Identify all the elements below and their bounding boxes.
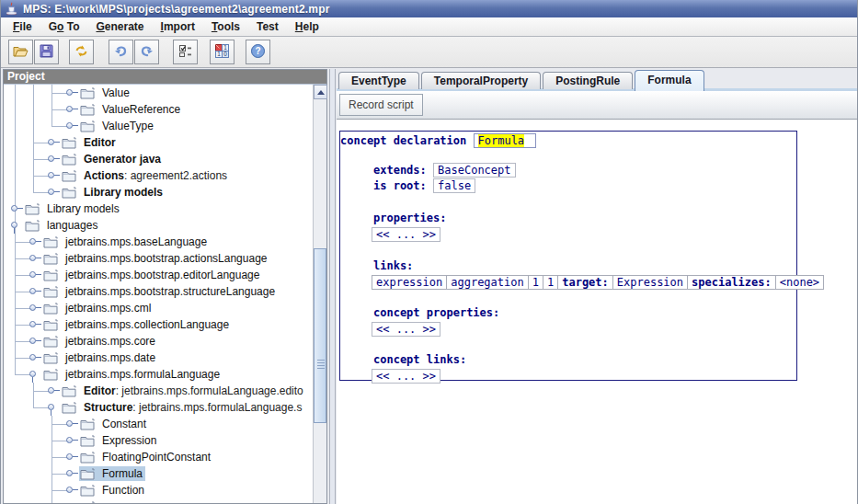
link-row-cell[interactable]: 1 xyxy=(528,275,543,290)
expand-handle-icon[interactable] xyxy=(29,304,36,311)
split-divider[interactable] xyxy=(329,69,336,504)
tree-item-function[interactable]: Function xyxy=(4,482,313,498)
tree-node[interactable]: jetbrains.mps.collectionLanguage xyxy=(42,317,232,332)
properties-button[interactable] xyxy=(173,40,198,64)
window-titlebar[interactable]: MPS: E:\work\MPS\projects\agreement2\agr… xyxy=(1,0,858,17)
menu-import[interactable]: Import xyxy=(153,18,203,35)
tree-item-library-models[interactable]: Library models xyxy=(4,200,313,217)
tree-node[interactable]: Expression xyxy=(79,433,159,448)
tree-node[interactable]: jetbrains.mps.baseLanguage xyxy=(42,235,210,249)
concept-editor-area[interactable]: concept declaration Formula extends: Bas… xyxy=(337,120,858,504)
tree-item-editor[interactable]: Editor xyxy=(4,134,313,151)
refresh-button[interactable] xyxy=(69,40,94,64)
tree-node[interactable]: Library models xyxy=(24,201,122,216)
save-button[interactable] xyxy=(34,40,59,64)
properties-placeholder-cell[interactable]: << ... >> xyxy=(372,227,440,242)
tree-node[interactable]: ValueType xyxy=(79,119,156,133)
expand-handle-icon[interactable] xyxy=(66,437,73,443)
scrollbar-up-arrow[interactable] xyxy=(314,85,327,99)
tree-item-floatingpointconstant[interactable]: FloatingPointConstant xyxy=(4,449,313,465)
tree-item-jetbrains-mps-bootstrap-actionslanguage[interactable]: jetbrains.mps.bootstrap.actionsLanguage xyxy=(4,250,313,267)
generate-button[interactable]: 110 xyxy=(210,40,235,64)
tree-node[interactable]: FloatingPointConstant xyxy=(79,450,213,464)
tree-node[interactable]: Generator java xyxy=(61,152,164,166)
menu-file[interactable]: File xyxy=(5,18,40,35)
tree-item-jetbrains-mps-collectionlanguage[interactable]: jetbrains.mps.collectionLanguage xyxy=(4,316,313,333)
tree-item-valuereference[interactable]: ValueReference xyxy=(4,101,313,118)
concept-declaration-box[interactable]: concept declaration Formula extends: Bas… xyxy=(339,131,797,381)
tree-item-library-models[interactable]: Library models xyxy=(4,184,313,200)
link-declaration-row[interactable]: expressionaggregation11target:Expression… xyxy=(372,275,796,290)
is-root-value-cell[interactable]: false xyxy=(433,178,475,193)
undo-button[interactable] xyxy=(109,40,133,64)
help-button[interactable]: ? xyxy=(246,40,270,64)
tree-item-jetbrains-mps-core[interactable]: jetbrains.mps.core xyxy=(4,333,313,349)
concept-properties-placeholder-cell[interactable]: << ... >> xyxy=(372,322,440,337)
expand-handle-icon[interactable] xyxy=(48,189,54,195)
tree-item-generator-java[interactable]: Generator java xyxy=(4,151,313,167)
link-row-cell[interactable]: aggregation xyxy=(446,275,528,290)
redo-button[interactable] xyxy=(134,40,159,64)
tree-node[interactable]: jetbrains.mps.bootstrap.actionsLanguage xyxy=(42,251,269,266)
menu-help[interactable]: Help xyxy=(287,18,327,35)
expand-handle-icon[interactable] xyxy=(66,106,73,112)
tree-item-languages[interactable]: languages xyxy=(4,217,313,234)
menu-tools[interactable]: Tools xyxy=(203,18,248,35)
tree-item-expression[interactable]: Expression xyxy=(4,432,313,449)
expand-handle-icon[interactable] xyxy=(66,487,73,493)
tab-temporalproperty[interactable]: TemporalProperty xyxy=(421,72,541,89)
tree-node[interactable]: jetbrains.mps.bootstrap.structureLanguag… xyxy=(42,284,278,299)
tree-item-jetbrains-mps-formulalanguage[interactable]: jetbrains.mps.formulaLanguage xyxy=(4,366,313,383)
tree-item-partial[interactable] xyxy=(4,498,313,503)
tree-item-jetbrains-mps-date[interactable]: jetbrains.mps.date xyxy=(4,349,313,366)
expand-handle-icon[interactable] xyxy=(29,255,36,261)
link-row-cell[interactable]: target: xyxy=(557,275,613,290)
expand-handle-icon[interactable] xyxy=(48,172,54,178)
tree-node[interactable]: jetbrains.mps.bootstrap.editorLanguage xyxy=(42,268,262,282)
expand-handle-icon[interactable] xyxy=(66,453,73,460)
expand-handle-icon[interactable] xyxy=(11,205,17,212)
tree-item-jetbrains-mps-bootstrap-editorlanguage[interactable]: jetbrains.mps.bootstrap.editorLanguage xyxy=(4,267,313,283)
tree-node[interactable]: jetbrains.mps.date xyxy=(42,350,158,365)
expand-handle-icon[interactable] xyxy=(48,155,54,162)
tree-node[interactable] xyxy=(79,499,105,503)
tab-eventtype[interactable]: EventType xyxy=(338,72,419,89)
expand-handle-icon[interactable] xyxy=(48,387,54,394)
expand-handle-icon[interactable] xyxy=(29,321,36,327)
tab-formula[interactable]: Formula xyxy=(635,70,704,91)
expand-handle-icon[interactable] xyxy=(66,122,73,129)
expand-handle-icon[interactable] xyxy=(29,271,36,278)
tree-node[interactable]: Structure : jetbrains.mps.formulaLanguag… xyxy=(61,400,304,415)
tree-item-actions[interactable]: Actions : agreement2.actions xyxy=(4,167,313,184)
tree-item-structure[interactable]: Structure : jetbrains.mps.formulaLanguag… xyxy=(4,399,313,416)
tree-node[interactable]: jetbrains.mps.formulaLanguage xyxy=(42,367,223,382)
tree-node[interactable]: ValueReference xyxy=(79,102,183,117)
menu-generate[interactable]: Generate xyxy=(87,18,152,35)
tree-node[interactable]: Formula xyxy=(79,466,145,481)
tree-scrollbar[interactable] xyxy=(313,85,326,503)
tree-node[interactable]: Function xyxy=(79,483,147,498)
tree-node[interactable]: Constant xyxy=(79,417,149,431)
expand-handle-icon[interactable] xyxy=(66,89,73,96)
tree-node[interactable]: languages xyxy=(24,218,100,233)
expand-handle-icon[interactable] xyxy=(29,288,36,294)
concept-name-cell[interactable]: Formula xyxy=(474,133,537,148)
tab-postingrule[interactable]: PostingRule xyxy=(543,72,633,89)
menu-test[interactable]: Test xyxy=(248,18,287,35)
tree-node[interactable]: Editor : jetbrains.mps.formulaLanguage.e… xyxy=(61,384,306,398)
expand-handle-icon[interactable] xyxy=(29,354,36,361)
collapse-handle-icon[interactable] xyxy=(48,404,54,410)
collapse-handle-icon[interactable] xyxy=(11,222,17,228)
expand-handle-icon[interactable] xyxy=(29,338,36,344)
tree-item-jetbrains-mps-bootstrap-structurelanguage[interactable]: jetbrains.mps.bootstrap.structureLanguag… xyxy=(4,283,313,300)
tree-item-formula[interactable]: Formula xyxy=(4,465,313,482)
tree-node[interactable]: Editor xyxy=(61,135,119,150)
menu-go-to[interactable]: Go To xyxy=(40,18,88,35)
link-row-cell[interactable]: specializes: xyxy=(687,275,776,290)
link-row-cell[interactable]: 1 xyxy=(543,275,558,290)
tree-node[interactable]: jetbrains.mps.core xyxy=(42,334,158,349)
tree-node[interactable]: Library models xyxy=(61,185,166,200)
tree-node[interactable]: Value xyxy=(79,86,132,100)
tree-node[interactable]: jetbrains.mps.cml xyxy=(42,301,154,315)
link-row-cell[interactable]: expression xyxy=(372,275,447,290)
